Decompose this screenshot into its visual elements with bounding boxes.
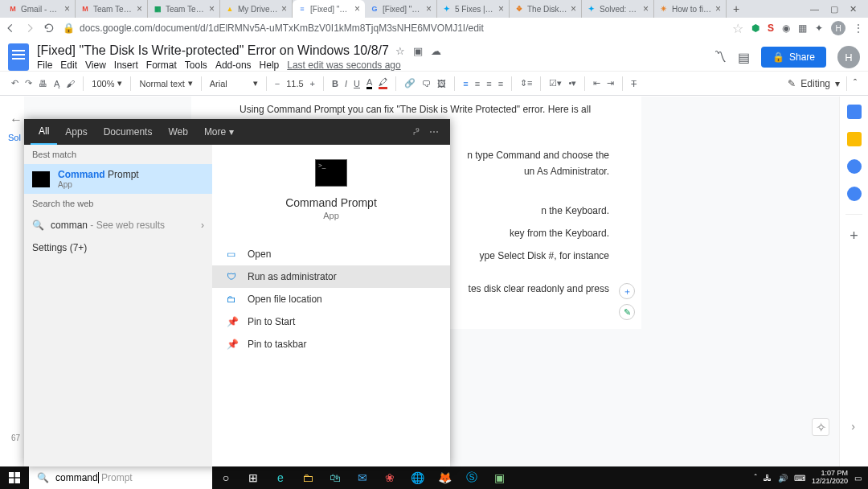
align-left-button[interactable]: ≡ bbox=[463, 79, 468, 88]
star-doc-icon[interactable]: ☆ bbox=[395, 45, 405, 57]
align-right-button[interactable]: ≡ bbox=[486, 79, 491, 88]
explore-button[interactable]: ✧ bbox=[812, 418, 829, 436]
reload-button[interactable] bbox=[43, 23, 55, 34]
ext-icon-4[interactable]: ▦ bbox=[798, 23, 807, 34]
insert-comment-button[interactable]: 🗨 bbox=[422, 79, 431, 88]
move-doc-icon[interactable]: ▣ bbox=[413, 45, 423, 57]
activity-icon[interactable]: 〽 bbox=[714, 50, 727, 64]
side-panel-toggle[interactable]: › bbox=[851, 420, 855, 433]
action-pin-to-start[interactable]: 📌Pin to Start bbox=[212, 310, 450, 333]
network-icon[interactable]: 🖧 bbox=[764, 474, 772, 483]
browser-tab[interactable]: ✦5 Fixes | The× bbox=[437, 0, 510, 18]
doc-title[interactable]: [Fixed] "The Disk Is Write-protected" Er… bbox=[37, 43, 389, 58]
bullet-list-button[interactable]: •▾ bbox=[568, 78, 576, 88]
volume-icon[interactable]: 🔊 bbox=[778, 474, 788, 483]
checklist-button[interactable]: ☑▾ bbox=[549, 78, 562, 88]
maximize-button[interactable]: ▢ bbox=[830, 4, 838, 14]
indent-increase-button[interactable]: ⇥ bbox=[607, 78, 614, 88]
menu-add-ons[interactable]: Add-ons bbox=[215, 60, 252, 71]
highlight-button[interactable]: 🖍 bbox=[379, 77, 387, 89]
account-avatar[interactable]: H bbox=[837, 46, 860, 68]
underline-button[interactable]: U bbox=[354, 79, 360, 88]
outline-collapse-icon[interactable]: ← bbox=[10, 113, 23, 127]
ext-icon-2[interactable]: S bbox=[768, 23, 774, 34]
menu-format[interactable]: Format bbox=[146, 60, 177, 71]
mail-icon[interactable]: ✉ bbox=[349, 466, 376, 489]
keep-icon[interactable] bbox=[847, 132, 862, 146]
settings-header[interactable]: Settings (7+) bbox=[24, 237, 212, 258]
profile-button[interactable]: H bbox=[831, 21, 845, 35]
menu-view[interactable]: View bbox=[85, 60, 106, 71]
insert-link-button[interactable]: 🔗 bbox=[404, 78, 416, 88]
menu-edit[interactable]: Edit bbox=[60, 60, 77, 71]
browser-tab[interactable]: MTeam TechPo× bbox=[76, 0, 148, 18]
browser-tab[interactable]: ✦Solved: The D× bbox=[582, 0, 654, 18]
app-icon[interactable]: ▣ bbox=[485, 466, 513, 489]
start-button[interactable] bbox=[0, 466, 29, 489]
keyboard-icon[interactable]: ⌨ bbox=[794, 474, 805, 483]
explorer-icon[interactable]: 🗀 bbox=[294, 466, 321, 489]
close-tab-icon[interactable]: × bbox=[498, 4, 504, 14]
tray-chevron-icon[interactable]: ˆ bbox=[755, 474, 757, 483]
paint-format-button[interactable]: 🖌 bbox=[66, 79, 75, 88]
browser-tab[interactable]: ≡[Fixed] "The D× bbox=[293, 0, 365, 18]
menu-insert[interactable]: Insert bbox=[114, 60, 138, 71]
cortana-icon[interactable]: ○ bbox=[212, 466, 240, 489]
undo-button[interactable]: ↶ bbox=[11, 78, 18, 88]
font-size-input[interactable]: 11.5 bbox=[286, 79, 303, 88]
editing-mode-button[interactable]: ✎ Editing ▾ ˆ bbox=[788, 76, 857, 91]
browser-tab[interactable]: G[Fixed] "The D× bbox=[365, 0, 437, 18]
start-tab-documents[interactable]: Documents bbox=[96, 119, 161, 145]
extensions-button[interactable]: ✦ bbox=[815, 23, 823, 34]
browser-tab[interactable]: ▦Team TechPo× bbox=[148, 0, 220, 18]
close-tab-icon[interactable]: × bbox=[571, 4, 576, 14]
action-open-file-location[interactable]: 🗀Open file location bbox=[212, 288, 450, 310]
ext-icon-3[interactable]: ◉ bbox=[782, 23, 790, 34]
start-tab-more[interactable]: More ▾ bbox=[196, 119, 242, 145]
action-open[interactable]: ▭Open bbox=[212, 243, 450, 265]
ext-icon-1[interactable]: ⬢ bbox=[751, 23, 760, 34]
align-justify-button[interactable]: ≡ bbox=[498, 79, 503, 88]
browser-tab[interactable]: ❖The Disk Is W× bbox=[510, 0, 582, 18]
menu-tools[interactable]: Tools bbox=[185, 60, 207, 71]
chrome-menu-button[interactable]: ⋮ bbox=[854, 23, 863, 34]
comments-icon[interactable]: ▤ bbox=[738, 50, 750, 65]
docs-logo-icon[interactable] bbox=[8, 43, 29, 71]
new-tab-button[interactable]: + bbox=[727, 2, 746, 15]
action-run-as-administrator[interactable]: 🛡Run as administrator bbox=[212, 265, 450, 288]
clock[interactable]: 1:07 PM 12/21/2020 bbox=[812, 470, 848, 486]
close-tab-icon[interactable]: × bbox=[64, 4, 70, 14]
close-tab-icon[interactable]: × bbox=[281, 4, 287, 14]
expand-toolbar-button[interactable]: ˆ bbox=[854, 78, 857, 89]
omnibox[interactable]: 🔒 docs.google.com/document/d/1dElRMNv5A-… bbox=[63, 23, 724, 34]
browser-tab[interactable]: MGmail - Emai× bbox=[3, 0, 76, 18]
outline-item[interactable]: Sol bbox=[8, 133, 21, 142]
close-tab-icon[interactable]: × bbox=[643, 4, 649, 14]
print-button[interactable]: 🖶 bbox=[39, 79, 47, 88]
store-icon[interactable]: 🛍 bbox=[321, 466, 349, 489]
result-command-prompt[interactable]: Command Prompt App bbox=[24, 164, 212, 194]
chrome-icon[interactable]: 🌐 bbox=[403, 466, 431, 489]
share-button[interactable]: 🔒 Share bbox=[761, 47, 826, 68]
close-tab-icon[interactable]: × bbox=[137, 4, 142, 14]
redo-button[interactable]: ↷ bbox=[25, 78, 32, 88]
line-spacing-button[interactable]: ⇕≡ bbox=[520, 78, 532, 88]
text-color-button[interactable]: A bbox=[366, 77, 372, 89]
edge-icon[interactable]: e bbox=[267, 466, 294, 489]
task-view-icon[interactable]: ⊞ bbox=[240, 466, 267, 489]
start-tab-web[interactable]: Web bbox=[160, 119, 195, 145]
photos-icon[interactable]: ❀ bbox=[376, 466, 403, 489]
action-pin-to-taskbar[interactable]: 📌Pin to taskbar bbox=[212, 333, 450, 355]
bold-button[interactable]: B bbox=[332, 79, 338, 88]
more-options-icon[interactable]: ⋯ bbox=[429, 126, 439, 138]
spellcheck-button[interactable]: Ą bbox=[54, 79, 59, 88]
decrease-font-button[interactable]: − bbox=[275, 79, 280, 88]
back-button[interactable] bbox=[5, 23, 16, 34]
taskbar-search[interactable]: 🔍 command Prompt bbox=[29, 466, 212, 489]
skype-icon[interactable]: Ⓢ bbox=[458, 466, 485, 489]
browser-tab[interactable]: ▲My Drive - G× bbox=[220, 0, 293, 18]
tasks-icon[interactable] bbox=[847, 159, 862, 174]
forward-button[interactable] bbox=[24, 23, 35, 34]
firefox-icon[interactable]: 🦊 bbox=[431, 466, 458, 489]
font-select[interactable]: Arial ▾ bbox=[210, 78, 258, 88]
